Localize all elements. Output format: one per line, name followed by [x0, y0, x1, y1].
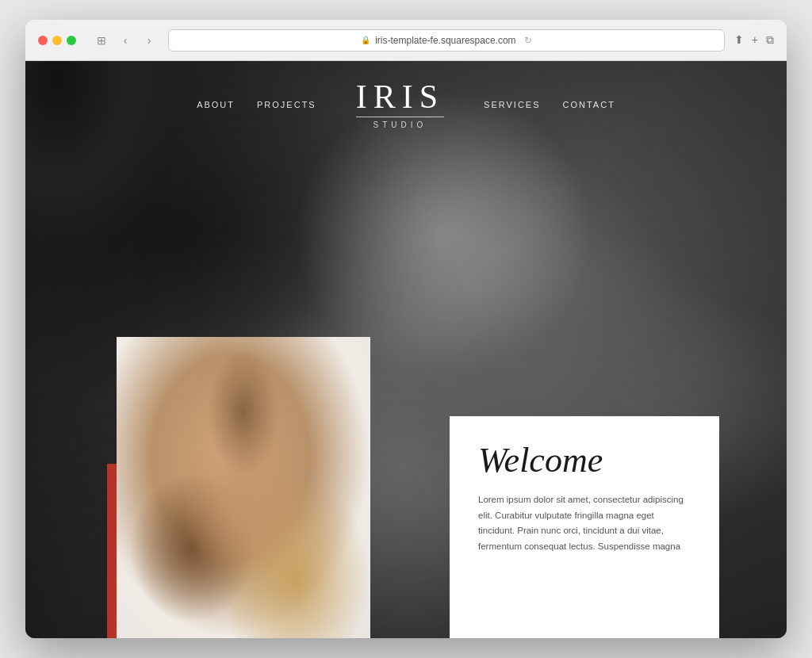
nav-projects[interactable]: Projects — [257, 100, 316, 109]
accent-bar — [107, 464, 117, 638]
new-tab-icon[interactable]: + — [752, 33, 758, 47]
nav-contact[interactable]: Contact — [563, 100, 615, 109]
logo-main-text: IRIS — [356, 80, 444, 113]
logo[interactable]: IRIS STUDIO — [356, 80, 444, 129]
website-content: About Projects IRIS STUDIO Services Cont… — [25, 61, 787, 638]
browser-controls: ⊞ ‹ › — [92, 31, 159, 50]
lower-section: Welcome Lorem ipsum dolor sit amet, cons… — [25, 384, 787, 638]
url-text: iris-template-fe.squarespace.com — [375, 35, 515, 46]
sidebar-toggle-button[interactable]: ⊞ — [92, 31, 111, 50]
logo-divider — [356, 117, 444, 117]
maximize-button[interactable] — [67, 36, 76, 45]
lock-icon: 🔒 — [361, 36, 370, 44]
browser-actions: ⬆ + ⧉ — [734, 33, 774, 47]
share-icon[interactable]: ⬆ — [734, 33, 744, 47]
browser-chrome: ⊞ ‹ › 🔒 iris-template-fe.squarespace.com… — [25, 20, 787, 61]
nav-services[interactable]: Services — [484, 100, 540, 109]
welcome-text: Lorem ipsum dolor sit amet, consectetur … — [478, 492, 691, 554]
minimize-button[interactable] — [52, 36, 62, 45]
traffic-lights — [38, 36, 76, 45]
address-bar[interactable]: 🔒 iris-template-fe.squarespace.com ↻ — [168, 29, 725, 52]
logo-sub-text: STUDIO — [373, 121, 427, 129]
browser-window: ⊞ ‹ › 🔒 iris-template-fe.squarespace.com… — [25, 20, 787, 638]
main-nav: About Projects IRIS STUDIO Services Cont… — [25, 61, 787, 148]
forward-button[interactable]: › — [140, 31, 159, 50]
tabs-icon[interactable]: ⧉ — [766, 33, 774, 47]
overlay-photo — [117, 337, 370, 638]
nav-right: Services Contact — [484, 100, 615, 109]
nav-about[interactable]: About — [197, 100, 235, 109]
close-button[interactable] — [38, 36, 48, 45]
nav-left: About Projects — [197, 100, 316, 109]
text-panel: Welcome Lorem ipsum dolor sit amet, cons… — [450, 416, 719, 638]
welcome-heading: Welcome — [478, 442, 691, 480]
back-button[interactable]: ‹ — [116, 31, 135, 50]
reload-icon: ↻ — [524, 35, 532, 46]
